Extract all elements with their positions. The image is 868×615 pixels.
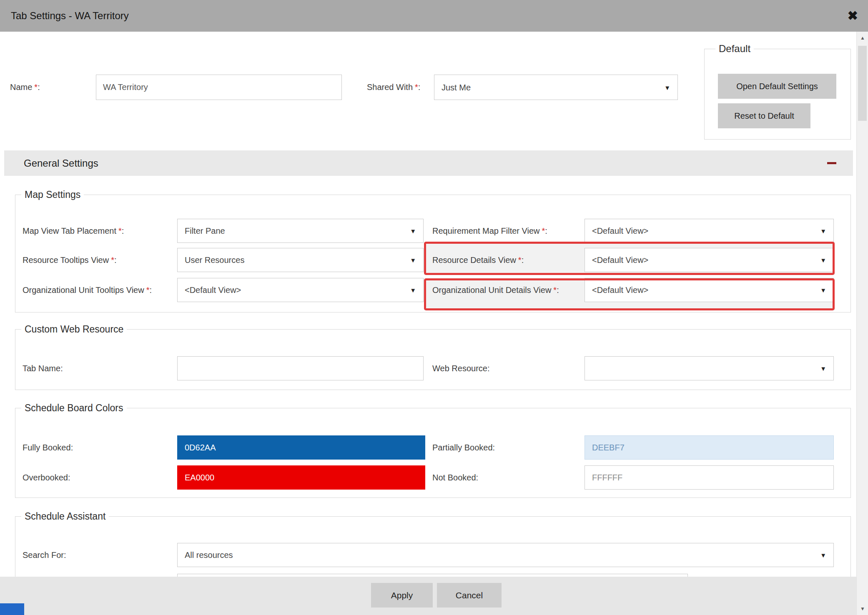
partially-booked-color-input[interactable] (585, 435, 834, 460)
partially-booked-label: Partially Booked: (432, 442, 495, 453)
required-asterisk: * (518, 255, 522, 265)
chevron-down-icon: ▼ (820, 287, 826, 294)
fully-booked-color-input[interactable] (177, 435, 425, 460)
chevron-down-icon: ▼ (820, 365, 826, 372)
search-for-dropdown[interactable]: All resources ▼ (177, 543, 834, 567)
map-view-tab-placement-dropdown[interactable]: Filter Pane ▼ (177, 219, 424, 243)
required-asterisk: * (415, 82, 418, 92)
org-unit-details-view-label: Organizational Unit Details View*: (432, 285, 559, 295)
scroll-down-icon[interactable]: ▼ (857, 602, 868, 615)
tab-name-label: Tab Name: (23, 363, 63, 374)
not-booked-color-input[interactable] (585, 465, 834, 490)
chevron-down-icon: ▼ (820, 228, 826, 235)
background-blue-corner (0, 603, 24, 615)
search-for-label: Search For: (23, 550, 66, 560)
reset-to-default-button[interactable]: Reset to Default (718, 103, 810, 128)
shared-with-label: Shared With*: (367, 82, 420, 92)
close-icon[interactable]: ✖ (848, 0, 858, 32)
not-booked-label: Not Booked: (432, 472, 478, 483)
map-view-tab-placement-label: Map View Tab Placement*: (23, 225, 124, 236)
custom-web-resource-legend: Custom Web Resource (21, 323, 127, 335)
scrollbar-thumb[interactable] (858, 46, 867, 121)
schedule-board-colors-legend: Schedule Board Colors (21, 402, 127, 414)
dialog-footer: Apply Cancel (0, 577, 856, 615)
map-settings-legend: Map Settings (21, 189, 84, 200)
chevron-down-icon: ▼ (820, 552, 826, 559)
required-asterisk: * (111, 255, 114, 265)
resource-details-view-dropdown[interactable]: <Default View> ▼ (585, 248, 834, 272)
resource-details-view-label: Resource Details View*: (432, 255, 524, 265)
dialog-titlebar: Tab Settings - WA Territory ✖ (0, 0, 868, 32)
org-unit-details-view-dropdown[interactable]: <Default View> ▼ (585, 278, 834, 302)
scroll-up-icon[interactable]: ▲ (857, 32, 868, 44)
general-settings-section-header[interactable]: General Settings (4, 150, 853, 176)
open-default-settings-button[interactable]: Open Default Settings (718, 74, 836, 99)
required-asterisk: * (34, 82, 38, 92)
name-input[interactable] (96, 75, 342, 100)
name-label: Name*: (10, 82, 40, 92)
org-unit-tooltips-view-dropdown[interactable]: <Default View> ▼ (177, 278, 424, 302)
web-resource-dropdown[interactable]: ▼ (585, 356, 834, 380)
dialog-title: Tab Settings - WA Territory (11, 0, 129, 32)
tab-settings-dialog: Name*: Shared With*: Just Me ▼ Default O… (0, 0, 868, 615)
chevron-down-icon: ▼ (820, 257, 826, 264)
resource-tooltips-view-dropdown[interactable]: User Resources ▼ (177, 248, 424, 272)
schedule-assistant-legend: Schedule Assistant (21, 510, 109, 522)
default-legend: Default (715, 43, 754, 55)
required-asterisk: * (118, 226, 122, 235)
chevron-down-icon: ▼ (410, 257, 416, 264)
required-asterisk: * (553, 285, 557, 295)
cancel-button[interactable]: Cancel (437, 583, 502, 608)
fully-booked-label: Fully Booked: (23, 442, 73, 453)
chevron-down-icon: ▼ (410, 228, 416, 235)
shared-with-value: Just Me (442, 82, 471, 92)
vertical-scrollbar[interactable]: ▲ ▼ (856, 32, 868, 615)
overbooked-color-input[interactable] (177, 465, 425, 490)
chevron-down-icon: ▼ (410, 287, 416, 294)
web-resource-label: Web Resource: (432, 363, 489, 374)
org-unit-tooltips-view-label: Organizational Unit Tooltips View*: (23, 285, 152, 295)
resource-tooltips-view-label: Resource Tooltips View*: (23, 255, 117, 265)
requirement-map-filter-view-dropdown[interactable]: <Default View> ▼ (585, 219, 834, 243)
overbooked-label: Overbooked: (23, 472, 70, 483)
apply-button[interactable]: Apply (371, 583, 433, 608)
tab-name-input[interactable] (177, 356, 424, 380)
requirement-map-filter-view-label: Requirement Map Filter View*: (432, 225, 547, 236)
general-settings-title: General Settings (24, 150, 98, 176)
collapse-icon[interactable] (827, 162, 836, 164)
chevron-down-icon: ▼ (664, 84, 670, 91)
shared-with-dropdown[interactable]: Just Me ▼ (434, 75, 678, 100)
